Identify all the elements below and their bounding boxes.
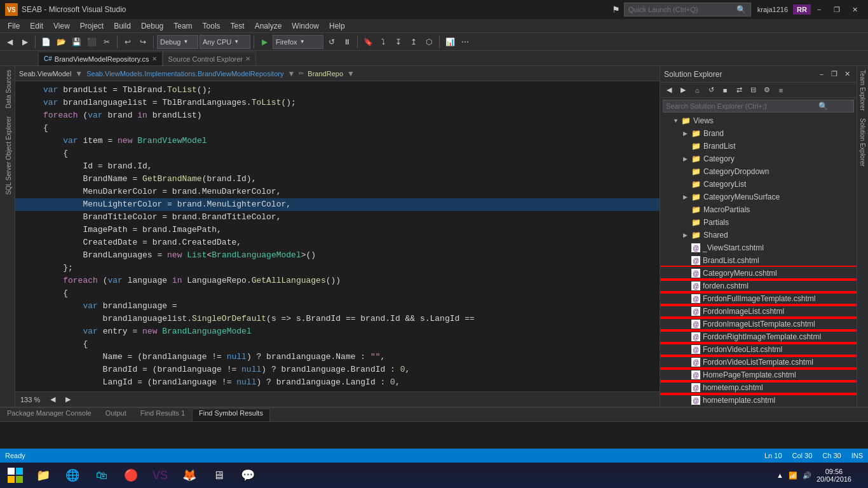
step-into-btn[interactable]: ↧ [391,35,405,49]
open-btn[interactable]: 📂 [54,35,68,49]
method-breadcrumb[interactable]: BrandRepo [308,70,343,78]
restore-button[interactable]: ❐ [829,3,845,16]
team-explorer-label[interactable]: Team Explorer [857,66,868,114]
se-props-btn[interactable]: ⚙ [761,84,773,97]
quick-launch-box[interactable]: 🔍 [624,3,751,17]
platform-dropdown[interactable]: Any CPU ▼ [200,35,250,49]
step-out-btn[interactable]: ↥ [407,35,421,49]
save-all-btn[interactable]: ⬛ [85,35,98,49]
tab-brandviewmodel-close[interactable]: ✕ [152,55,157,62]
hex-btn[interactable]: ⬡ [422,35,436,49]
menu-tools[interactable]: Tools [198,20,226,32]
btab-output[interactable]: Output [98,409,133,421]
tree-fordonimagelist[interactable]: @ FordonImageList.cshtml [660,305,857,318]
taskbar-chrome[interactable]: 🔴 [117,463,145,488]
se-restore-btn[interactable]: ❐ [829,69,840,80]
tab-source-control-close[interactable]: ✕ [245,55,250,62]
se-sync-btn[interactable]: ⇄ [733,84,745,97]
tab-brandviewmodel[interactable]: C# BrandViewModelRepository.cs ✕ [38,51,163,65]
menu-file[interactable]: File [3,20,25,32]
tray-arrow[interactable]: ▲ [776,471,783,479]
tree-forden[interactable]: @ forden.cshtml [660,280,857,292]
scope-breadcrumb[interactable]: Seab.ViewModels.Implementations.BrandVie… [86,70,283,78]
se-search-input[interactable] [666,102,818,110]
se-minimize-btn[interactable]: − [816,69,827,80]
undo-btn[interactable]: ↩ [121,35,135,49]
tree-macropartials[interactable]: 📁 MacroPartials [660,203,857,216]
se-collapse-btn[interactable]: ⊟ [747,84,759,97]
taskbar-vs[interactable]: VS [146,463,174,488]
back-btn[interactable]: ◀ [3,35,17,49]
redo-btn[interactable]: ↪ [136,35,150,49]
tree-brandlistcshtml[interactable]: @ BrandList.cshtml [660,254,857,267]
taskbar-ie[interactable]: 🌐 [58,463,86,488]
tab-source-control[interactable]: Source Control Explorer ✕ [163,51,256,65]
menu-debug[interactable]: Debug [136,20,168,32]
tree-shared[interactable]: ▶ 📁 Shared [660,229,857,241]
se-stop-btn[interactable]: ■ [719,84,731,97]
menu-window[interactable]: Window [287,20,324,32]
scroll-right[interactable]: ▶ [65,395,71,403]
menu-team[interactable]: Team [168,20,197,32]
se-more-btn[interactable]: ≡ [775,84,787,97]
btab-packagemanager[interactable]: Package Manager Console [0,409,98,421]
code-editor[interactable]: var brandList = TblBrand.ToList(); var b… [15,81,660,391]
taskbar-files[interactable]: 📁 [29,463,57,488]
tree-categorymenu[interactable]: @ CategoryMenu.cshtml [660,267,857,280]
tree-viewstart[interactable]: @ _ViewStart.cshtml [660,241,857,254]
more-btn[interactable]: ⋯ [458,35,472,49]
data-sources-label[interactable]: Data Sources [0,66,15,112]
tree-category[interactable]: ▶ 📁 Category [660,152,857,165]
btab-findsymbol[interactable]: Find Symbol Results [192,409,270,421]
se-search-box[interactable]: 🔍 [663,100,854,112]
tree-brandlist[interactable]: 📁 BrandList [660,140,857,152]
taskbar-store[interactable]: 🛍 [88,463,116,488]
browser-dropdown[interactable]: Firefox ▼ [273,35,323,49]
se-forward-btn[interactable]: ▶ [677,84,689,97]
save-btn[interactable]: 💾 [69,35,83,49]
step-over-btn[interactable]: ⤵ [376,35,390,49]
tree-fordonimagelist-tpl[interactable]: @ FordonImageListTemplate.cshtml [660,318,857,330]
tree-fordonfull[interactable]: @ FordonFullImageTemplate.cshtml [660,292,857,305]
se-close-btn[interactable]: ✕ [841,69,853,80]
namespace-breadcrumb[interactable]: Seab.ViewModel [19,70,71,78]
se-back-btn[interactable]: ◀ [663,84,675,97]
scroll-left[interactable]: ◀ [50,395,55,403]
new-btn[interactable]: 📄 [39,35,53,49]
menu-view[interactable]: View [48,20,75,32]
tree-categorymenusurface[interactable]: ▶ 📁 CategoryMenuSurface [660,191,857,203]
bookmark-btn[interactable]: 🔖 [361,35,375,49]
tree-partials[interactable]: 📁 Partials [660,216,857,229]
btab-findresults1[interactable]: Find Results 1 [133,409,192,421]
menu-analyze[interactable]: Analyze [250,20,287,32]
solution-explorer-label[interactable]: Solution Explorer [857,114,868,170]
start-button[interactable] [3,463,28,488]
tree-hometemp[interactable]: @ hometemp.cshtml [660,381,857,394]
tree-hometemplate[interactable]: @ hometemplate.cshtml [660,394,857,407]
tree-views[interactable]: ▼ 📁 Views [660,114,857,127]
sql-server-label[interactable]: SQL Server Object Explorer [0,112,15,199]
pause-btn[interactable]: ⏸ [340,35,354,49]
cut-btn[interactable]: ✂ [100,35,114,49]
taskbar-skype[interactable]: 💬 [234,463,262,488]
tree-homepage-tpl[interactable]: @ HomePageTemplate.cshtml [660,369,857,381]
tree-fordonvideolist[interactable]: @ FordonVideoList.cshtml [660,343,857,356]
se-home-btn[interactable]: ⌂ [691,84,703,97]
tree-fordonrightimage[interactable]: @ FordonRightImageTemplate.cshtml [660,330,857,343]
menu-test[interactable]: Test [226,20,250,32]
minimize-button[interactable]: − [811,3,827,16]
config-dropdown[interactable]: Debug ▼ [157,35,198,49]
menu-edit[interactable]: Edit [25,20,48,32]
quick-launch-input[interactable] [628,6,736,13]
forward-btn[interactable]: ▶ [18,35,32,49]
tree-categorylist[interactable]: 📁 CategoryList [660,178,857,191]
close-button[interactable]: ✕ [846,3,863,16]
menu-build[interactable]: Build [109,20,136,32]
tree-fordonvideolist-tpl[interactable]: @ FordonVideoListTemplate.cshtml [660,356,857,369]
tree-categorydropdown[interactable]: 📁 CategoryDropdown [660,165,857,178]
taskbar-firefox[interactable]: 🦊 [175,463,203,488]
taskbar-remote[interactable]: 🖥 [205,463,233,488]
perf-btn[interactable]: 📊 [443,35,457,49]
run-btn[interactable]: ▶ [257,35,271,49]
tree-brand[interactable]: ▶ 📁 Brand [660,127,857,140]
